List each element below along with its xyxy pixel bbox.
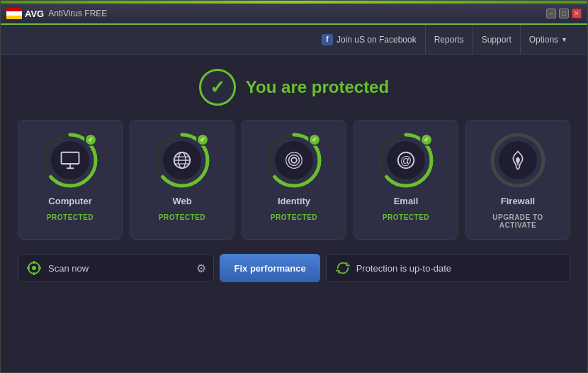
cards-row: ✓ Computer PROTECTED xyxy=(18,120,570,240)
options-label: Options xyxy=(529,35,558,45)
computer-check-badge: ✓ xyxy=(84,133,97,146)
firewall-icon xyxy=(507,150,528,171)
identity-check-badge: ✓ xyxy=(308,133,321,146)
identity-status: PROTECTED xyxy=(271,213,317,221)
email-card[interactable]: @ ✓ Email PROTECTED xyxy=(354,120,458,240)
update-section: Protection is up-to-date xyxy=(326,254,570,282)
fix-performance-button[interactable]: Fix performance xyxy=(220,254,320,282)
support-label: Support xyxy=(482,35,511,45)
scan-section: Scan now ⚙ xyxy=(18,254,214,282)
email-name: Email xyxy=(394,196,419,206)
scan-label: Scan now xyxy=(48,263,191,274)
facebook-link[interactable]: f Join uS on Facebook xyxy=(313,25,426,54)
main-window: AVG AntiVirus FREE – □ ✕ f Join uS on Fa… xyxy=(0,0,588,373)
web-card[interactable]: ✓ Web PROTECTED xyxy=(130,120,234,240)
firewall-status: UPGRADE TO ACTIVATE xyxy=(473,213,562,229)
update-label: Protection is up-to-date xyxy=(356,263,451,274)
status-circle: ✓ xyxy=(199,69,236,106)
status-check-icon: ✓ xyxy=(210,77,225,99)
svg-rect-2 xyxy=(62,152,79,164)
web-icon-wrap: ✓ xyxy=(154,132,210,189)
support-link[interactable]: Support xyxy=(473,25,521,54)
identity-card[interactable]: ✓ Identity PROTECTED xyxy=(242,120,346,240)
avg-brand: AVG xyxy=(25,9,44,19)
email-icon-wrap: @ ✓ xyxy=(378,132,434,189)
window-controls: – □ ✕ xyxy=(546,9,582,18)
computer-name: Computer xyxy=(48,196,91,206)
avg-flag-icon xyxy=(6,8,22,19)
reports-link[interactable]: Reports xyxy=(426,25,473,54)
computer-status: PROTECTED xyxy=(47,213,94,221)
identity-name: Identity xyxy=(278,196,310,206)
web-status: PROTECTED xyxy=(159,213,205,221)
svg-point-23 xyxy=(32,266,36,270)
avg-logo: AVG AntiVirus FREE xyxy=(6,8,107,19)
firewall-card[interactable]: Firewall UPGRADE TO ACTIVATE xyxy=(465,120,570,240)
app-title: AntiVirus FREE xyxy=(48,9,107,18)
svg-point-15 xyxy=(289,155,300,166)
web-check-badge: ✓ xyxy=(196,133,209,146)
email-icon-inner: @ xyxy=(387,141,425,179)
web-icon xyxy=(171,150,193,171)
computer-icon-inner xyxy=(51,141,89,179)
firewall-icon-inner xyxy=(499,141,537,179)
identity-icon xyxy=(283,150,305,171)
identity-icon-wrap: ✓ xyxy=(266,132,322,189)
restore-button[interactable]: □ xyxy=(559,9,569,18)
computer-icon xyxy=(60,150,81,171)
scan-icon xyxy=(26,260,43,277)
facebook-label: Join uS on Facebook xyxy=(337,35,417,45)
computer-icon-wrap: ✓ xyxy=(42,132,98,189)
title-bar: AVG AntiVirus FREE – □ ✕ xyxy=(1,4,587,25)
svg-point-14 xyxy=(291,157,297,163)
status-section: ✓ You are protected xyxy=(199,69,389,106)
web-name: Web xyxy=(172,196,191,206)
email-status: PROTECTED xyxy=(383,213,429,221)
reports-label: Reports xyxy=(434,35,464,45)
svg-text:@: @ xyxy=(400,154,412,167)
facebook-icon: f xyxy=(322,34,333,45)
close-button[interactable]: ✕ xyxy=(572,9,582,18)
update-icon xyxy=(335,260,351,276)
gear-icon[interactable]: ⚙ xyxy=(196,262,206,275)
email-check-badge: ✓ xyxy=(420,133,433,146)
identity-icon-inner xyxy=(275,141,313,179)
firewall-icon-wrap xyxy=(490,132,546,189)
nav-bar: f Join uS on Facebook Reports Support Op… xyxy=(1,25,587,55)
status-text: You are protected xyxy=(246,77,389,97)
minimize-button[interactable]: – xyxy=(546,9,556,18)
options-arrow-icon: ▼ xyxy=(561,36,567,43)
options-menu[interactable]: Options ▼ xyxy=(521,25,576,54)
title-bar-left: AVG AntiVirus FREE xyxy=(6,8,107,19)
email-icon: @ xyxy=(395,150,417,171)
bottom-bar: Scan now ⚙ Fix performance Protection is… xyxy=(18,254,570,282)
main-content: ✓ You are protected xyxy=(1,55,587,372)
firewall-name: Firewall xyxy=(501,196,535,206)
computer-card[interactable]: ✓ Computer PROTECTED xyxy=(18,120,123,240)
web-icon-inner xyxy=(163,141,201,179)
